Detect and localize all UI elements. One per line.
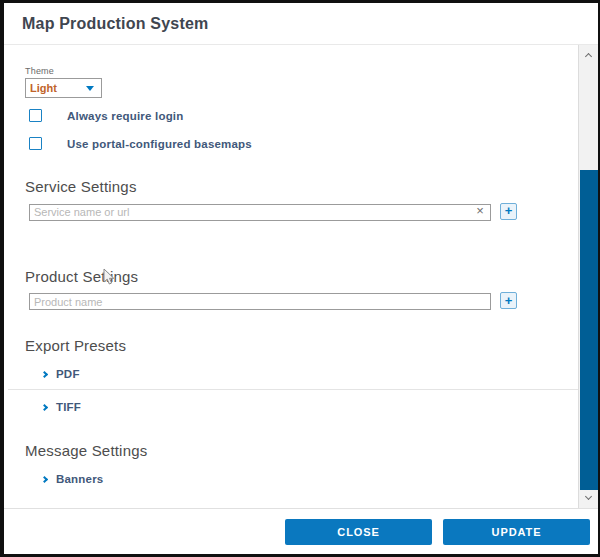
close-button[interactable]: CLOSE: [285, 519, 432, 545]
product-input-wrap: [29, 292, 491, 311]
theme-select[interactable]: Light: [25, 78, 102, 98]
map-production-system-dialog: Map Production System Theme Light Always…: [0, 0, 600, 557]
theme-label: Theme: [25, 66, 558, 76]
dialog-body: Theme Light Always require login Use por…: [4, 45, 598, 508]
chevron-right-icon: [41, 403, 48, 410]
theme-selected-value: Light: [30, 82, 57, 94]
pdf-label: PDF: [56, 368, 80, 380]
banners-expander[interactable]: Banners: [42, 473, 558, 485]
always-require-login-row: Always require login: [29, 109, 558, 122]
update-button[interactable]: UPDATE: [443, 519, 590, 545]
service-settings-heading: Service Settings: [25, 178, 558, 195]
scrollbar-thumb[interactable]: [580, 170, 598, 490]
product-name-input[interactable]: [29, 293, 491, 310]
banners-label: Banners: [56, 473, 103, 485]
scroll-up-button[interactable]: [579, 47, 598, 63]
message-settings-heading: Message Settings: [25, 442, 558, 459]
chevron-up-icon: [585, 53, 592, 60]
chevron-right-icon: [41, 370, 48, 377]
export-presets-heading: Export Presets: [25, 337, 558, 354]
divider: [8, 389, 583, 390]
dialog-footer: CLOSE UPDATE: [4, 508, 598, 554]
chevron-down-icon: [585, 493, 592, 500]
product-settings-heading: Product Settings: [25, 268, 558, 285]
caret-down-icon: [86, 86, 94, 91]
add-service-button[interactable]: +: [500, 203, 517, 220]
service-name-input[interactable]: [29, 204, 491, 221]
add-product-button[interactable]: +: [500, 292, 517, 309]
vertical-scrollbar[interactable]: [578, 45, 598, 508]
service-input-row: × +: [29, 202, 558, 221]
portal-basemaps-label: Use portal-configured basemaps: [67, 138, 252, 150]
service-input-wrap: ×: [29, 202, 491, 221]
portal-basemaps-row: Use portal-configured basemaps: [29, 137, 558, 150]
tiff-expander[interactable]: TIFF: [42, 401, 558, 413]
always-require-login-checkbox[interactable]: [29, 109, 42, 122]
product-input-row: +: [29, 292, 558, 311]
chevron-right-icon: [41, 475, 48, 482]
tiff-label: TIFF: [56, 401, 81, 413]
title-bar: Map Production System: [4, 3, 598, 45]
settings-content: Theme Light Always require login Use por…: [4, 45, 598, 485]
pdf-expander[interactable]: PDF: [42, 368, 558, 380]
scroll-down-button[interactable]: [579, 490, 598, 506]
portal-basemaps-checkbox[interactable]: [29, 137, 42, 150]
clear-icon[interactable]: ×: [473, 203, 487, 218]
always-require-login-label: Always require login: [67, 110, 183, 122]
dialog-title: Map Production System: [22, 15, 208, 33]
